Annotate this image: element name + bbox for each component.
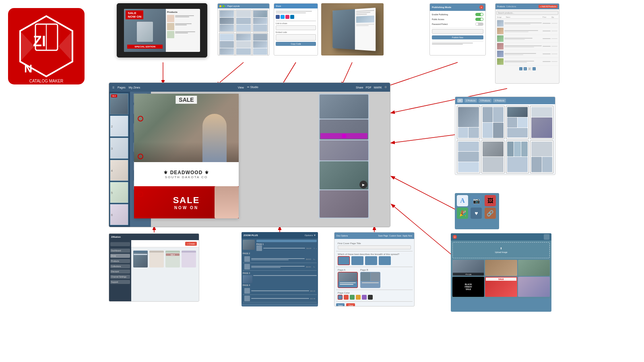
dashboard-screenshot: ZiNation Dashboard Zines Products Collec… <box>109 233 199 302</box>
page-layouts-screenshot: Page Layouts <box>217 3 270 56</box>
page-display-screenshot: Disc Options Save Page Custom Save Apply… <box>334 232 415 306</box>
products-placement-screenshot: ZOOM PLUS Options ▼ PAGE 1 $24.99 1 + PA… <box>242 232 318 306</box>
my-zines-label: My Zines <box>129 86 140 89</box>
publishing-mode-screenshot: Publishing Mode × Enable Publishing Publ… <box>429 3 486 56</box>
svg-text:N: N <box>24 62 32 75</box>
print-screenshot <box>321 3 384 56</box>
uploaded-images-screenshot: × ⬆ Upload Image shop.jpg BLACKFRIDAYSAL… <box>451 233 551 312</box>
product-info-screenshot: Products Collections + Add All Products … <box>495 3 559 84</box>
svg-text:CATALOG MAKER: CATALOG MAKER <box>29 79 64 83</box>
main-studio-screenshot: ☰ Pages My Zines View ✏ Studio Share PDF… <box>109 82 390 227</box>
filter-templates-screenshot: All 2 Products 4 Products 6 Products <box>455 97 555 175</box>
share-screenshot: Share Link to share Embed code Copy Code <box>274 3 318 56</box>
digital-catalog-screenshot: SALENOW ON SPECIAL EDITION Products <box>117 3 207 58</box>
app-logo: ZI N CATALOG MAKER <box>8 8 85 84</box>
pages-label: Pages <box>118 86 126 89</box>
design-elements-screenshot: A 📷 🖼 🎉 ♥ 🔗 <box>455 193 499 229</box>
